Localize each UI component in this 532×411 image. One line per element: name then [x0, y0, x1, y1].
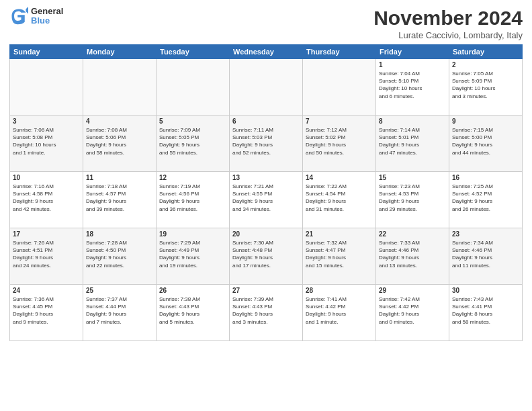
- day-info-20: Sunrise: 7:30 AM Sunset: 4:48 PM Dayligh…: [232, 239, 300, 269]
- day-number-24: 24: [13, 287, 80, 294]
- cell-3-1: 18Sunrise: 7:28 AM Sunset: 4:50 PM Dayli…: [83, 228, 157, 285]
- cell-0-5: 1Sunrise: 7:04 AM Sunset: 5:10 PM Daylig…: [376, 59, 449, 116]
- week-row-1: 1Sunrise: 7:04 AM Sunset: 5:10 PM Daylig…: [10, 59, 523, 116]
- day-info-1: Sunrise: 7:04 AM Sunset: 5:10 PM Dayligh…: [379, 70, 446, 100]
- day-number-27: 27: [232, 287, 300, 294]
- day-number-3: 3: [13, 118, 80, 125]
- cell-2-0: 10Sunrise: 7:16 AM Sunset: 4:58 PM Dayli…: [10, 172, 83, 228]
- day-number-13: 13: [232, 174, 300, 181]
- day-number-25: 25: [86, 287, 153, 294]
- col-friday: Friday: [376, 45, 449, 59]
- col-sunday: Sunday: [10, 45, 83, 59]
- week-row-4: 17Sunrise: 7:26 AM Sunset: 4:51 PM Dayli…: [10, 228, 523, 285]
- cell-2-1: 11Sunrise: 7:18 AM Sunset: 4:57 PM Dayli…: [83, 172, 157, 228]
- day-info-19: Sunrise: 7:29 AM Sunset: 4:49 PM Dayligh…: [159, 239, 226, 269]
- day-number-14: 14: [306, 174, 373, 181]
- cell-1-4: 7Sunrise: 7:12 AM Sunset: 5:02 PM Daylig…: [303, 116, 376, 172]
- day-number-16: 16: [452, 174, 519, 181]
- day-number-18: 18: [86, 230, 153, 238]
- week-row-2: 3Sunrise: 7:06 AM Sunset: 5:08 PM Daylig…: [10, 116, 523, 172]
- day-number-17: 17: [13, 230, 80, 238]
- week-row-5: 24Sunrise: 7:36 AM Sunset: 4:45 PM Dayli…: [10, 285, 523, 341]
- col-tuesday: Tuesday: [157, 45, 230, 59]
- day-info-8: Sunrise: 7:14 AM Sunset: 5:01 PM Dayligh…: [379, 126, 446, 156]
- page: General Blue November 2024 Lurate Cacciv…: [0, 0, 532, 411]
- day-info-14: Sunrise: 7:22 AM Sunset: 4:54 PM Dayligh…: [306, 183, 373, 213]
- day-number-11: 11: [86, 174, 153, 181]
- day-info-6: Sunrise: 7:11 AM Sunset: 5:03 PM Dayligh…: [232, 126, 300, 156]
- cell-2-6: 16Sunrise: 7:25 AM Sunset: 4:52 PM Dayli…: [449, 172, 523, 228]
- day-number-26: 26: [159, 287, 226, 294]
- day-info-12: Sunrise: 7:19 AM Sunset: 4:56 PM Dayligh…: [159, 183, 226, 213]
- day-number-21: 21: [306, 230, 373, 238]
- title-block: November 2024 Lurate Caccivio, Lombardy,…: [373, 7, 523, 40]
- day-number-30: 30: [452, 287, 519, 294]
- col-saturday: Saturday: [449, 45, 523, 59]
- day-info-29: Sunrise: 7:42 AM Sunset: 4:42 PM Dayligh…: [379, 295, 446, 326]
- cell-3-6: 23Sunrise: 7:34 AM Sunset: 4:46 PM Dayli…: [449, 228, 523, 285]
- day-info-5: Sunrise: 7:09 AM Sunset: 5:05 PM Dayligh…: [159, 126, 226, 156]
- cell-3-4: 21Sunrise: 7:32 AM Sunset: 4:47 PM Dayli…: [303, 228, 376, 285]
- day-info-10: Sunrise: 7:16 AM Sunset: 4:58 PM Dayligh…: [13, 183, 80, 213]
- day-number-2: 2: [452, 61, 519, 68]
- day-number-5: 5: [159, 118, 226, 125]
- day-number-20: 20: [232, 230, 300, 238]
- cell-4-2: 26Sunrise: 7:38 AM Sunset: 4:43 PM Dayli…: [157, 285, 230, 341]
- day-number-1: 1: [379, 61, 446, 68]
- cell-4-5: 29Sunrise: 7:42 AM Sunset: 4:42 PM Dayli…: [376, 285, 449, 341]
- day-info-26: Sunrise: 7:38 AM Sunset: 4:43 PM Dayligh…: [159, 295, 226, 326]
- location: Lurate Caccivio, Lombardy, Italy: [373, 30, 523, 40]
- week-row-3: 10Sunrise: 7:16 AM Sunset: 4:58 PM Dayli…: [10, 172, 523, 228]
- cell-0-4: [303, 59, 376, 116]
- cell-1-5: 8Sunrise: 7:14 AM Sunset: 5:01 PM Daylig…: [376, 116, 449, 172]
- logo: General Blue: [9, 7, 63, 26]
- day-info-13: Sunrise: 7:21 AM Sunset: 4:55 PM Dayligh…: [232, 183, 300, 213]
- logo-general: General: [31, 7, 63, 16]
- day-info-21: Sunrise: 7:32 AM Sunset: 4:47 PM Dayligh…: [306, 239, 373, 269]
- day-info-2: Sunrise: 7:05 AM Sunset: 5:09 PM Dayligh…: [452, 70, 519, 100]
- calendar-table: Sunday Monday Tuesday Wednesday Thursday…: [9, 44, 523, 341]
- day-info-7: Sunrise: 7:12 AM Sunset: 5:02 PM Dayligh…: [306, 126, 373, 156]
- day-info-22: Sunrise: 7:33 AM Sunset: 4:46 PM Dayligh…: [379, 239, 446, 269]
- cell-1-0: 3Sunrise: 7:06 AM Sunset: 5:08 PM Daylig…: [10, 116, 83, 172]
- cell-1-3: 6Sunrise: 7:11 AM Sunset: 5:03 PM Daylig…: [230, 116, 303, 172]
- cell-3-2: 19Sunrise: 7:29 AM Sunset: 4:49 PM Dayli…: [157, 228, 230, 285]
- col-monday: Monday: [83, 45, 157, 59]
- day-info-16: Sunrise: 7:25 AM Sunset: 4:52 PM Dayligh…: [452, 183, 519, 213]
- cell-3-3: 20Sunrise: 7:30 AM Sunset: 4:48 PM Dayli…: [230, 228, 303, 285]
- calendar-body: 1Sunrise: 7:04 AM Sunset: 5:10 PM Daylig…: [10, 59, 523, 341]
- cell-3-5: 22Sunrise: 7:33 AM Sunset: 4:46 PM Dayli…: [376, 228, 449, 285]
- day-number-12: 12: [159, 174, 226, 181]
- day-number-4: 4: [86, 118, 153, 125]
- day-number-29: 29: [379, 287, 446, 294]
- cell-2-2: 12Sunrise: 7:19 AM Sunset: 4:56 PM Dayli…: [157, 172, 230, 228]
- cell-1-1: 4Sunrise: 7:08 AM Sunset: 5:06 PM Daylig…: [83, 116, 157, 172]
- header: General Blue November 2024 Lurate Cacciv…: [9, 7, 523, 40]
- day-number-23: 23: [452, 230, 519, 238]
- day-number-9: 9: [452, 118, 519, 125]
- day-number-7: 7: [306, 118, 373, 125]
- day-info-24: Sunrise: 7:36 AM Sunset: 4:45 PM Dayligh…: [13, 295, 80, 326]
- col-wednesday: Wednesday: [230, 45, 303, 59]
- cell-0-6: 2Sunrise: 7:05 AM Sunset: 5:09 PM Daylig…: [449, 59, 523, 116]
- cell-0-1: [83, 59, 157, 116]
- day-info-17: Sunrise: 7:26 AM Sunset: 4:51 PM Dayligh…: [13, 239, 80, 269]
- cell-4-4: 28Sunrise: 7:41 AM Sunset: 4:42 PM Dayli…: [303, 285, 376, 341]
- day-info-9: Sunrise: 7:15 AM Sunset: 5:00 PM Dayligh…: [452, 126, 519, 156]
- day-info-4: Sunrise: 7:08 AM Sunset: 5:06 PM Dayligh…: [86, 126, 153, 156]
- day-info-30: Sunrise: 7:43 AM Sunset: 4:41 PM Dayligh…: [452, 295, 519, 326]
- cell-4-3: 27Sunrise: 7:39 AM Sunset: 4:43 PM Dayli…: [230, 285, 303, 341]
- month-title: November 2024: [373, 7, 523, 29]
- day-info-15: Sunrise: 7:23 AM Sunset: 4:53 PM Dayligh…: [379, 183, 446, 213]
- day-number-10: 10: [13, 174, 80, 181]
- day-info-3: Sunrise: 7:06 AM Sunset: 5:08 PM Dayligh…: [13, 126, 80, 156]
- day-info-28: Sunrise: 7:41 AM Sunset: 4:42 PM Dayligh…: [306, 295, 373, 326]
- cell-2-4: 14Sunrise: 7:22 AM Sunset: 4:54 PM Dayli…: [303, 172, 376, 228]
- day-info-18: Sunrise: 7:28 AM Sunset: 4:50 PM Dayligh…: [86, 239, 153, 269]
- cell-1-6: 9Sunrise: 7:15 AM Sunset: 5:00 PM Daylig…: [449, 116, 523, 172]
- cell-1-2: 5Sunrise: 7:09 AM Sunset: 5:05 PM Daylig…: [157, 116, 230, 172]
- logo-icon: [9, 7, 28, 26]
- logo-blue: Blue: [31, 16, 63, 26]
- cell-2-3: 13Sunrise: 7:21 AM Sunset: 4:55 PM Dayli…: [230, 172, 303, 228]
- cell-3-0: 17Sunrise: 7:26 AM Sunset: 4:51 PM Dayli…: [10, 228, 83, 285]
